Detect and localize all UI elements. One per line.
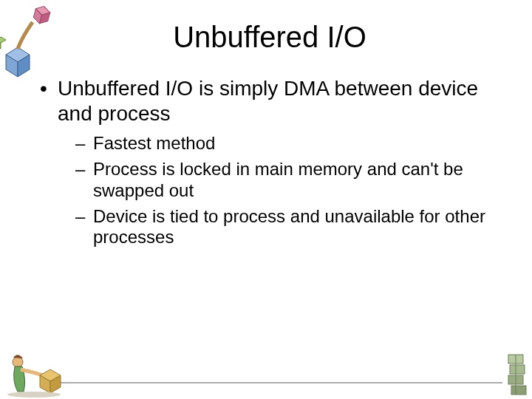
sub-bullet-text: Fastest method: [93, 133, 215, 153]
bullet-text: Unbuffered I/O is simply DMA between dev…: [58, 77, 478, 125]
svg-rect-17: [511, 386, 526, 395]
svg-point-9: [13, 357, 23, 367]
svg-point-13: [7, 392, 61, 398]
svg-marker-6: [0, 37, 6, 43]
bullet-list: Unbuffered I/O is simply DMA between dev…: [37, 76, 502, 248]
sub-bullet-list: Fastest method Process is locked in main…: [75, 133, 502, 248]
sub-bullet-item: Fastest method: [75, 133, 502, 154]
slide: Unbuffered I/O Unbuffered I/O is simply …: [0, 0, 532, 399]
sub-bullet-text: Process is locked in main memory and can…: [93, 159, 463, 200]
decorative-cubes-icon: [0, 0, 74, 89]
slide-title: Unbuffered I/O: [37, 21, 502, 54]
decorative-footer-icon: [0, 347, 532, 399]
bullet-item: Unbuffered I/O is simply DMA between dev…: [37, 76, 502, 248]
sub-bullet-item: Process is locked in main memory and can…: [75, 159, 502, 202]
svg-rect-15: [510, 365, 525, 374]
sub-bullet-item: Device is tied to process and unavailabl…: [75, 206, 502, 249]
sub-bullet-text: Device is tied to process and unavailabl…: [93, 206, 485, 248]
